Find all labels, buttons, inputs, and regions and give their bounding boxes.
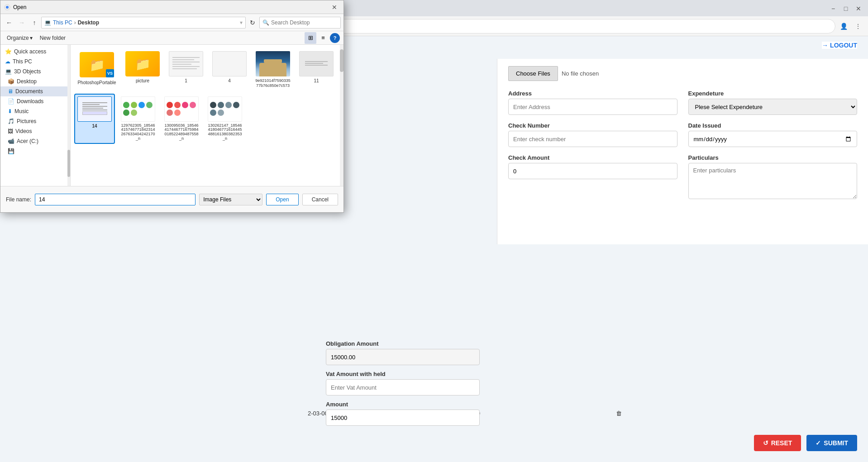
address-input[interactable] bbox=[508, 99, 677, 115]
sidebar-item-videos[interactable]: 📹 Acer (C:) bbox=[0, 136, 70, 146]
sidebar-item-pictures[interactable]: 🖼 Videos bbox=[0, 126, 70, 136]
submit-btn[interactable]: ✓ SUBMIT bbox=[806, 435, 857, 451]
reset-icon: ↺ bbox=[763, 439, 768, 447]
dialog-path-dropdown[interactable]: ▾ bbox=[240, 19, 243, 26]
logout-btn[interactable]: → LOGOUT bbox=[822, 42, 857, 49]
window-maximize-btn[interactable]: □ bbox=[840, 3, 852, 14]
file-name8: 129762305_185464157467718423142676334042… bbox=[120, 124, 156, 142]
cancel-btn[interactable]: Cancel bbox=[302, 194, 338, 205]
filename-input[interactable] bbox=[35, 194, 196, 205]
window-close-btn[interactable]: ✕ bbox=[853, 3, 864, 14]
amount-input[interactable] bbox=[326, 410, 480, 426]
file-item-dots-red[interactable]: 130095036_185464174467716759840185224894… bbox=[161, 94, 202, 144]
dialog-path-desktop[interactable]: Desktop bbox=[78, 19, 99, 26]
file-item-dots-green[interactable]: 129762305_185464157467718423142676334042… bbox=[118, 94, 158, 144]
check-number-group: Check Number bbox=[508, 122, 677, 147]
doc11-thumb bbox=[299, 51, 334, 76]
action-buttons: ↺ RESET ✓ SUBMIT bbox=[754, 435, 857, 451]
window-minimize-btn[interactable]: − bbox=[827, 3, 839, 14]
address-label: Address bbox=[508, 90, 677, 97]
date-issued-label: Date Issued bbox=[688, 122, 858, 129]
dialog-title-text: Open bbox=[13, 4, 329, 10]
dialog-refresh-btn[interactable]: ↻ bbox=[247, 17, 258, 29]
dialog-back-btn[interactable]: ← bbox=[3, 17, 15, 29]
obligation-amount-input[interactable] bbox=[326, 349, 480, 365]
file-open-dialog: Open ✕ ← → ↑ 💻 This PC › Desktop ▾ ↻ bbox=[0, 0, 344, 213]
view-buttons: ⊞ ≡ ? bbox=[305, 32, 340, 44]
sidebar-item-music[interactable]: 🎵 Pictures bbox=[0, 116, 70, 126]
new-folder-btn[interactable]: New folder bbox=[37, 34, 68, 42]
videos-icon: 📹 bbox=[8, 138, 14, 144]
file-item-14[interactable]: 14 bbox=[74, 94, 115, 144]
dialog-files-area: 📁 VS PhotoshopPortable 📁 picture bbox=[71, 45, 343, 186]
particulars-textarea[interactable] bbox=[688, 163, 858, 199]
dialog-title-icon bbox=[4, 4, 10, 10]
3d-objects-icon: 📦 bbox=[8, 78, 14, 85]
sidebar-item-quick-access[interactable]: ⭐ Quick access bbox=[0, 47, 70, 57]
file-name4: 4 bbox=[228, 78, 231, 83]
dots-green-thumb bbox=[121, 96, 155, 122]
svg-point-3 bbox=[6, 5, 9, 8]
organize-dropdown-icon: ▾ bbox=[30, 35, 33, 41]
expendeture-select[interactable]: Plese Select Expendeture bbox=[688, 99, 858, 115]
no-file-label: No file chosen bbox=[562, 70, 599, 77]
sidebar-item-downloads[interactable]: ⬇ Music bbox=[0, 106, 70, 116]
files-scrollbar[interactable] bbox=[340, 45, 343, 186]
dialog-search-input[interactable] bbox=[271, 19, 339, 26]
sidebar-item-this-pc[interactable]: 💻 3D Objects bbox=[0, 67, 70, 76]
files-grid: 📁 VS PhotoshopPortable 📁 picture bbox=[74, 48, 340, 144]
file-item-temple[interactable]: 9e921014f759033577b76c850e7c573 bbox=[253, 48, 293, 91]
check-amount-group: Check Amount bbox=[508, 154, 677, 199]
dialog-close-btn[interactable]: ✕ bbox=[329, 2, 340, 13]
file-name5: 9e921014f759033577b76c850e7c573 bbox=[255, 78, 291, 88]
sidebar-item-3d-objects[interactable]: 📦 Desktop bbox=[0, 76, 70, 86]
particulars-group: Particulars bbox=[688, 154, 858, 199]
reset-btn[interactable]: ↺ RESET bbox=[754, 435, 801, 451]
vat-label: Vat Amount with held bbox=[326, 371, 480, 377]
dots-blue-thumb bbox=[208, 96, 242, 122]
sidebar-item-acer[interactable]: 💾 bbox=[0, 146, 70, 156]
file-item-picture[interactable]: 📁 picture bbox=[122, 48, 163, 91]
onedrive-icon: ☁ bbox=[5, 58, 10, 65]
help-btn[interactable]: ? bbox=[330, 33, 340, 43]
open-btn[interactable]: Open bbox=[266, 194, 298, 205]
file-item-11[interactable]: 11 bbox=[296, 48, 337, 91]
delete-icon[interactable]: 🗑 bbox=[616, 410, 622, 417]
file-item-photoshop[interactable]: 📁 VS PhotoshopPortable bbox=[74, 48, 119, 91]
filetype-select[interactable]: Image Files bbox=[199, 194, 262, 205]
file-name: PhotoshopPortable bbox=[77, 80, 116, 86]
quick-access-icon: ⭐ bbox=[5, 48, 12, 55]
dots-red-thumb bbox=[164, 96, 199, 122]
sidebar-item-onedrive[interactable]: ☁ This PC bbox=[0, 57, 70, 67]
view-grid-btn[interactable]: ⊞ bbox=[305, 32, 316, 44]
vat-input[interactable] bbox=[326, 379, 480, 395]
obligation-section: Obligation Amount Vat Amount with held A… bbox=[326, 340, 480, 426]
check-number-input[interactable] bbox=[508, 131, 677, 147]
file-item-dots-blue[interactable]: 130262147_185464180467716164454881613803… bbox=[205, 94, 245, 144]
documents-icon: 📄 bbox=[8, 98, 14, 105]
files-scrollbar-thumb bbox=[340, 49, 343, 72]
view-details-btn[interactable]: ≡ bbox=[317, 32, 329, 44]
dialog-path-thispc[interactable]: This PC bbox=[53, 19, 72, 26]
sidebar-item-documents[interactable]: 📄 Downloads bbox=[0, 96, 70, 106]
file-input-row: Choose Files No file chosen bbox=[508, 66, 857, 81]
sidebar-scrollbar[interactable] bbox=[67, 45, 70, 186]
search-icon: 🔍 bbox=[262, 19, 269, 26]
sidebar-scrollbar-thumb bbox=[67, 150, 70, 177]
dialog-forward-btn[interactable]: → bbox=[16, 17, 28, 29]
file-item-1[interactable]: 1 bbox=[166, 48, 206, 91]
profile-btn[interactable]: 👤 bbox=[837, 20, 850, 33]
desktop-icon: 🖥 bbox=[8, 88, 13, 95]
file-item-4[interactable]: 4 bbox=[209, 48, 250, 91]
doc14-thumb bbox=[77, 96, 112, 122]
dialog-titlebar: Open ✕ bbox=[0, 0, 343, 14]
check-amount-input[interactable] bbox=[508, 163, 677, 179]
dialog-up-btn[interactable]: ↑ bbox=[29, 17, 40, 29]
choose-files-btn[interactable]: Choose Files bbox=[508, 66, 558, 81]
date-issued-input[interactable] bbox=[688, 131, 858, 147]
menu-btn[interactable]: ⋮ bbox=[852, 20, 864, 33]
sidebar-item-desktop[interactable]: 🖥 Documents bbox=[0, 86, 70, 96]
organize-btn[interactable]: Organize ▾ bbox=[4, 34, 35, 42]
dialog-footer: File name: Image Files Open Cancel bbox=[0, 186, 343, 212]
doc4-thumb bbox=[212, 51, 247, 76]
